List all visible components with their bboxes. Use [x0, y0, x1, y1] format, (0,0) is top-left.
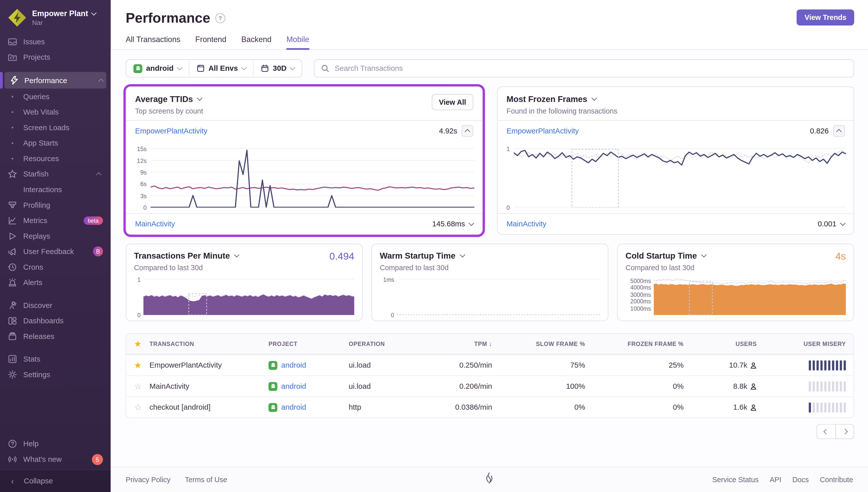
col-tpm[interactable]: TPM ↓ [420, 340, 494, 347]
transaction-link[interactable]: checkout [android] [150, 403, 269, 412]
bullet-icon [8, 142, 17, 144]
warm-startup-subtitle: Compared to last 30d [380, 264, 464, 272]
sidebar-bottom: Help What's new 5 [0, 436, 111, 469]
docs-link[interactable]: Docs [792, 475, 809, 484]
transaction-link[interactable]: MainActivity [507, 220, 546, 228]
page-header: Performance? View Trends [111, 0, 868, 26]
question-icon[interactable]: ? [215, 13, 225, 23]
sidebar-item-queries[interactable]: Queries [0, 89, 111, 104]
tab-mobile[interactable]: Mobile [286, 35, 309, 49]
warm-startup-card: Warm Startup Time Compared to last 30d 1… [372, 244, 609, 321]
tab-all-transactions[interactable]: All Transactions [126, 35, 180, 49]
transaction-link[interactable]: EmpowerPlantActivity [150, 361, 269, 369]
privacy-policy-link[interactable]: Privacy Policy [126, 475, 171, 484]
chevron-up-icon [98, 78, 104, 84]
user-misery-bars [759, 381, 854, 391]
service-status-link[interactable]: Service Status [712, 475, 759, 484]
transaction-link[interactable]: EmpowerPlantActivity [507, 127, 579, 135]
chevron-down-icon [701, 252, 707, 257]
star-icon[interactable]: ★ [126, 339, 149, 349]
star-toggle[interactable]: ☆ [126, 381, 149, 391]
date-filter[interactable]: 30D [253, 60, 301, 77]
view-all-button[interactable]: View All [432, 94, 473, 110]
project-link[interactable]: android [281, 403, 306, 412]
transaction-link[interactable]: MainActivity [135, 220, 175, 228]
sidebar-item-metrics[interactable]: Metrics beta [0, 213, 111, 228]
sidebar-item-issues[interactable]: Issues [0, 34, 111, 49]
col-users[interactable]: USERS [686, 340, 759, 347]
operation-cell: ui.load [349, 382, 420, 390]
transaction-link[interactable]: EmpowerPlantActivity [135, 127, 207, 135]
sidebar-item-crons[interactable]: Crons [0, 259, 111, 275]
expand-row-button[interactable] [840, 220, 846, 226]
widget-row-2: Transactions Per Minute Compared to last… [126, 244, 854, 321]
star-toggle[interactable]: ★ [126, 360, 149, 370]
environment-filter[interactable]: All Envs [188, 60, 253, 77]
project-link[interactable]: android [281, 361, 306, 369]
sidebar-item-whats-new[interactable]: What's new 5 [0, 451, 111, 467]
sidebar-item-profiling[interactable]: Profiling [0, 197, 111, 213]
cold-startup-title[interactable]: Cold Startup Time [626, 251, 706, 260]
terms-of-use-link[interactable]: Terms of Use [185, 475, 227, 484]
sidebar-item-help[interactable]: Help [0, 436, 111, 452]
col-frozen-frame[interactable]: FROZEN FRAME % [587, 340, 686, 347]
cold-startup-card: Cold Startup Time Compared to last 30d 4… [617, 244, 854, 321]
sidebar-item-releases[interactable]: Releases [0, 328, 111, 344]
api-link[interactable]: API [770, 475, 782, 484]
sidebar-item-settings[interactable]: Settings [0, 367, 111, 382]
bullet-icon [8, 157, 17, 159]
next-page-button[interactable] [835, 424, 854, 439]
user-misery-bars [759, 360, 854, 370]
sidebar-collapse[interactable]: ‹ Collapse [0, 469, 111, 492]
tpm-title[interactable]: Transactions Per Minute [134, 251, 239, 260]
calendar-icon [260, 64, 269, 73]
megaphone-icon [8, 247, 17, 256]
sidebar-item-replays[interactable]: Replays [0, 228, 111, 244]
col-project: PROJECT [269, 340, 349, 347]
sidebar-item-screen-loads[interactable]: Screen Loads [0, 120, 111, 135]
project-link[interactable]: android [281, 382, 306, 390]
android-icon [269, 361, 277, 370]
releases-icon [8, 331, 17, 341]
average-ttids-title[interactable]: Average TTIDs [135, 94, 203, 103]
sidebar-item-projects[interactable]: Projects [0, 49, 111, 65]
tab-backend[interactable]: Backend [241, 35, 271, 49]
frozen-top-value: 0.826 [810, 127, 829, 135]
sidebar-item-interactions[interactable]: Interactions [0, 181, 111, 197]
contribute-link[interactable]: Contribute [820, 475, 853, 484]
view-trends-button[interactable]: View Trends [797, 9, 854, 25]
users-cell: 8.8k [686, 382, 759, 390]
search-input[interactable] [334, 64, 847, 73]
sidebar-item-performance[interactable]: Performance [4, 72, 106, 89]
warm-startup-title[interactable]: Warm Startup Time [380, 251, 464, 260]
operation-cell: http [349, 403, 420, 412]
table-row: ☆ checkout [android] android http 0.0386… [126, 396, 853, 417]
collapse-row-button[interactable] [462, 125, 473, 137]
sidebar-item-starfish[interactable]: Starfish [0, 166, 111, 182]
sidebar-item-dashboards[interactable]: Dashboards [0, 313, 111, 328]
table-row: ☆ MainActivity android ui.load 0.206/min… [126, 375, 853, 397]
sidebar-item-stats[interactable]: Stats [0, 351, 111, 367]
star-toggle[interactable]: ☆ [126, 402, 149, 413]
tab-frontend[interactable]: Frontend [195, 35, 226, 49]
frozen-frames-title[interactable]: Most Frozen Frames [507, 94, 617, 103]
bullet-icon [8, 111, 17, 113]
sidebar-item-resources[interactable]: Resources [0, 151, 111, 166]
sidebar-item-app-starts[interactable]: App Starts [0, 135, 111, 151]
android-icon [269, 382, 277, 391]
expand-row-button[interactable] [469, 220, 474, 226]
sidebar-item-alerts[interactable]: Alerts [0, 275, 111, 290]
sidebar-item-web-vitals[interactable]: Web Vitals [0, 104, 111, 120]
alerts-icon [8, 278, 17, 287]
collapse-row-button[interactable] [833, 125, 845, 137]
search-icon [321, 64, 329, 73]
project-filter[interactable]: android [126, 60, 188, 77]
transaction-link[interactable]: MainActivity [150, 382, 269, 390]
sidebar-item-discover[interactable]: Discover [0, 297, 111, 313]
search-box [314, 59, 854, 78]
user-misery-bars [759, 402, 854, 413]
col-slow-frame[interactable]: SLOW FRAME % [494, 340, 587, 347]
prev-page-button[interactable] [816, 424, 835, 439]
org-switcher[interactable]: Empower Plant Nar [0, 0, 111, 34]
sidebar-item-user-feedback[interactable]: User Feedback B [0, 244, 111, 259]
